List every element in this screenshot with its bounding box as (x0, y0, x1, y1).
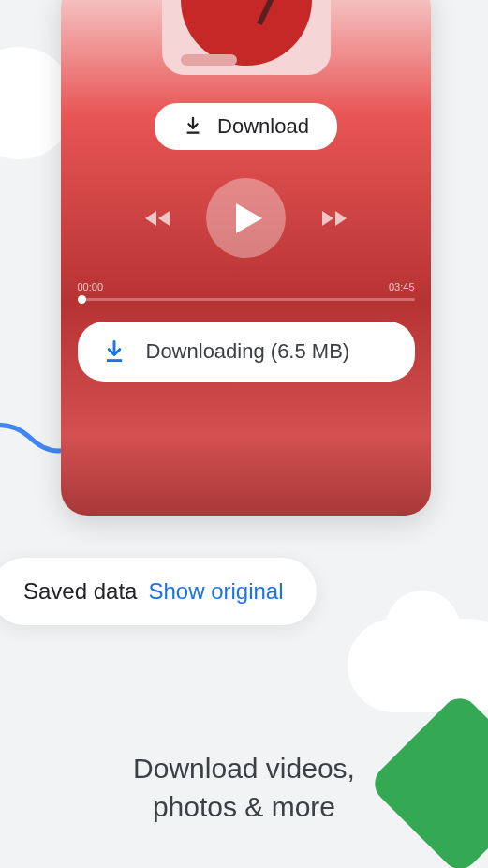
fast-forward-icon[interactable] (318, 207, 348, 230)
player-controls (143, 178, 348, 258)
promo-heading: Download videos, photos & more (0, 750, 488, 826)
svg-rect-1 (106, 359, 121, 362)
media-player-card: Download 00:00 03:45 Downloading (6.5 MB… (61, 0, 431, 516)
album-art (162, 0, 331, 75)
total-time: 03:45 (389, 281, 415, 292)
promo-line-1: Download videos, (0, 750, 488, 788)
download-button-label: Download (217, 114, 309, 139)
cloud-decoration (348, 619, 488, 712)
svg-rect-0 (187, 132, 200, 134)
rewind-icon[interactable] (143, 207, 173, 230)
downloading-status: Downloading (6.5 MB) (78, 322, 415, 382)
saved-data-label: Saved data (23, 578, 137, 605)
seek-container: 00:00 03:45 (78, 281, 415, 301)
download-button[interactable]: Download (155, 103, 337, 150)
current-time: 00:00 (78, 281, 104, 292)
download-icon (101, 338, 127, 365)
play-button[interactable] (206, 178, 286, 258)
seek-bar[interactable] (78, 298, 415, 301)
show-original-link[interactable]: Show original (148, 578, 283, 605)
play-icon (234, 202, 264, 235)
promo-line-2: photos & more (0, 788, 488, 827)
download-icon (183, 116, 203, 137)
downloading-label: Downloading (6.5 MB) (146, 339, 350, 364)
saved-data-card: Saved data Show original (0, 558, 317, 625)
